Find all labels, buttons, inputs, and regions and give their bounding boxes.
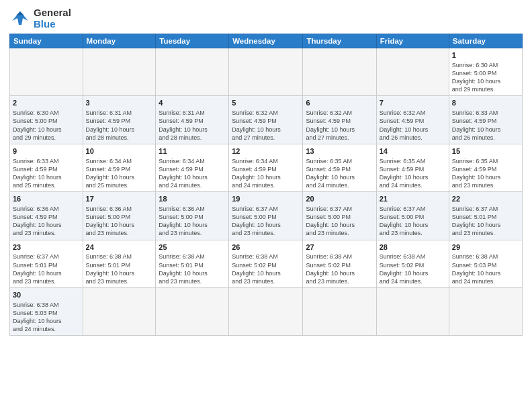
calendar-cell: 23Sunrise: 6:37 AM Sunset: 5:01 PM Dayli… — [10, 240, 83, 287]
day-number: 3 — [86, 98, 153, 108]
calendar-cell — [303, 288, 376, 336]
day-info: Sunrise: 6:31 AM Sunset: 4:59 PM Dayligh… — [159, 109, 226, 142]
weekday-header: Tuesday — [156, 34, 229, 48]
day-number: 23 — [13, 242, 80, 253]
calendar-cell: 17Sunrise: 6:36 AM Sunset: 5:00 PM Dayli… — [83, 192, 156, 240]
day-info: Sunrise: 6:34 AM Sunset: 4:59 PM Dayligh… — [159, 157, 226, 190]
calendar-cell: 25Sunrise: 6:38 AM Sunset: 5:01 PM Dayli… — [156, 240, 229, 287]
day-number: 7 — [380, 98, 446, 108]
calendar-cell: 14Sunrise: 6:35 AM Sunset: 4:59 PM Dayli… — [376, 144, 449, 191]
calendar-cell: 3Sunrise: 6:31 AM Sunset: 4:59 PM Daylig… — [83, 96, 156, 144]
calendar-cell: 18Sunrise: 6:36 AM Sunset: 5:00 PM Dayli… — [156, 192, 229, 240]
calendar-cell — [156, 288, 229, 336]
calendar-cell: 1Sunrise: 6:30 AM Sunset: 5:00 PM Daylig… — [449, 48, 522, 96]
day-number: 15 — [452, 146, 519, 156]
calendar-cell: 28Sunrise: 6:38 AM Sunset: 5:02 PM Dayli… — [376, 240, 449, 287]
logo-icon — [9, 9, 31, 28]
calendar-cell: 4Sunrise: 6:31 AM Sunset: 4:59 PM Daylig… — [156, 96, 229, 144]
calendar-cell — [229, 48, 303, 96]
logo-text: General Blue — [34, 7, 71, 30]
day-info: Sunrise: 6:38 AM Sunset: 5:03 PM Dayligh… — [452, 253, 519, 285]
weekday-header: Wednesday — [229, 34, 303, 48]
day-info: Sunrise: 6:30 AM Sunset: 5:00 PM Dayligh… — [452, 61, 519, 94]
day-number: 19 — [232, 194, 300, 204]
day-info: Sunrise: 6:35 AM Sunset: 4:59 PM Dayligh… — [306, 157, 373, 190]
day-number: 10 — [86, 146, 153, 156]
day-info: Sunrise: 6:33 AM Sunset: 4:59 PM Dayligh… — [452, 109, 519, 142]
calendar-cell — [83, 48, 156, 96]
weekday-header: Saturday — [449, 34, 522, 48]
calendar-cell: 30Sunrise: 6:38 AM Sunset: 5:03 PM Dayli… — [10, 288, 83, 336]
day-info: Sunrise: 6:38 AM Sunset: 5:01 PM Dayligh… — [159, 253, 226, 285]
day-number: 13 — [306, 146, 373, 156]
calendar-cell: 8Sunrise: 6:33 AM Sunset: 4:59 PM Daylig… — [449, 96, 522, 144]
day-info: Sunrise: 6:36 AM Sunset: 4:59 PM Dayligh… — [13, 205, 80, 238]
day-info: Sunrise: 6:34 AM Sunset: 4:59 PM Dayligh… — [86, 157, 153, 190]
calendar-cell — [229, 288, 303, 336]
day-number: 28 — [380, 242, 446, 253]
day-info: Sunrise: 6:37 AM Sunset: 5:00 PM Dayligh… — [232, 205, 300, 238]
calendar-cell: 12Sunrise: 6:34 AM Sunset: 4:59 PM Dayli… — [229, 144, 303, 191]
day-number: 21 — [380, 194, 446, 204]
day-number: 17 — [86, 194, 153, 204]
calendar-cell: 20Sunrise: 6:37 AM Sunset: 5:00 PM Dayli… — [303, 192, 376, 240]
calendar-cell: 6Sunrise: 6:32 AM Sunset: 4:59 PM Daylig… — [303, 96, 376, 144]
day-info: Sunrise: 6:32 AM Sunset: 4:59 PM Dayligh… — [306, 109, 373, 142]
calendar-cell: 16Sunrise: 6:36 AM Sunset: 4:59 PM Dayli… — [10, 192, 83, 240]
calendar-week-row: 23Sunrise: 6:37 AM Sunset: 5:01 PM Dayli… — [10, 240, 523, 287]
day-info: Sunrise: 6:38 AM Sunset: 5:02 PM Dayligh… — [232, 253, 300, 285]
weekday-header: Sunday — [10, 34, 83, 48]
day-number: 22 — [452, 194, 519, 204]
day-info: Sunrise: 6:32 AM Sunset: 4:59 PM Dayligh… — [232, 109, 300, 142]
day-info: Sunrise: 6:37 AM Sunset: 5:01 PM Dayligh… — [452, 205, 519, 238]
calendar-cell: 13Sunrise: 6:35 AM Sunset: 4:59 PM Dayli… — [303, 144, 376, 191]
calendar-week-row: 1Sunrise: 6:30 AM Sunset: 5:00 PM Daylig… — [10, 48, 523, 96]
calendar-cell: 22Sunrise: 6:37 AM Sunset: 5:01 PM Dayli… — [449, 192, 522, 240]
day-number: 4 — [159, 98, 226, 108]
weekday-header: Thursday — [303, 34, 376, 48]
calendar-cell: 21Sunrise: 6:37 AM Sunset: 5:00 PM Dayli… — [376, 192, 449, 240]
day-info: Sunrise: 6:35 AM Sunset: 4:59 PM Dayligh… — [452, 157, 519, 190]
day-info: Sunrise: 6:38 AM Sunset: 5:02 PM Dayligh… — [306, 253, 373, 285]
calendar-week-row: 16Sunrise: 6:36 AM Sunset: 4:59 PM Dayli… — [10, 192, 523, 240]
calendar-week-row: 2Sunrise: 6:30 AM Sunset: 5:00 PM Daylig… — [10, 96, 523, 144]
day-info: Sunrise: 6:37 AM Sunset: 5:01 PM Dayligh… — [13, 253, 80, 285]
day-number: 27 — [306, 242, 373, 253]
day-number: 1 — [452, 50, 519, 60]
calendar-cell: 26Sunrise: 6:38 AM Sunset: 5:02 PM Dayli… — [229, 240, 303, 287]
calendar-week-row: 9Sunrise: 6:33 AM Sunset: 4:59 PM Daylig… — [10, 144, 523, 191]
day-info: Sunrise: 6:35 AM Sunset: 4:59 PM Dayligh… — [380, 157, 446, 190]
calendar-cell — [449, 288, 522, 336]
day-number: 26 — [232, 242, 300, 253]
day-number: 2 — [13, 98, 80, 108]
calendar-cell — [376, 48, 449, 96]
day-number: 11 — [159, 146, 226, 156]
calendar-cell: 2Sunrise: 6:30 AM Sunset: 5:00 PM Daylig… — [10, 96, 83, 144]
day-info: Sunrise: 6:38 AM Sunset: 5:02 PM Dayligh… — [380, 253, 446, 285]
calendar-table: SundayMondayTuesdayWednesdayThursdayFrid… — [9, 34, 523, 336]
weekday-header: Friday — [376, 34, 449, 48]
calendar-cell — [83, 288, 156, 336]
calendar-cell: 27Sunrise: 6:38 AM Sunset: 5:02 PM Dayli… — [303, 240, 376, 287]
day-info: Sunrise: 6:31 AM Sunset: 4:59 PM Dayligh… — [86, 109, 153, 142]
weekday-header-row: SundayMondayTuesdayWednesdayThursdayFrid… — [10, 34, 523, 48]
calendar-cell: 15Sunrise: 6:35 AM Sunset: 4:59 PM Dayli… — [449, 144, 522, 191]
day-info: Sunrise: 6:38 AM Sunset: 5:01 PM Dayligh… — [86, 253, 153, 285]
calendar-cell: 24Sunrise: 6:38 AM Sunset: 5:01 PM Dayli… — [83, 240, 156, 287]
day-number: 9 — [13, 146, 80, 156]
calendar-cell — [156, 48, 229, 96]
day-info: Sunrise: 6:32 AM Sunset: 4:59 PM Dayligh… — [380, 109, 446, 142]
calendar-cell — [10, 48, 83, 96]
calendar-cell: 11Sunrise: 6:34 AM Sunset: 4:59 PM Dayli… — [156, 144, 229, 191]
weekday-header: Monday — [83, 34, 156, 48]
day-number: 20 — [306, 194, 373, 204]
day-number: 25 — [159, 242, 226, 253]
day-info: Sunrise: 6:34 AM Sunset: 4:59 PM Dayligh… — [232, 157, 300, 190]
logo: General Blue — [9, 7, 71, 30]
day-number: 24 — [86, 242, 153, 253]
day-number: 5 — [232, 98, 300, 108]
calendar-cell — [303, 48, 376, 96]
header: General Blue — [9, 7, 523, 30]
calendar-week-row: 30Sunrise: 6:38 AM Sunset: 5:03 PM Dayli… — [10, 288, 523, 336]
day-info: Sunrise: 6:38 AM Sunset: 5:03 PM Dayligh… — [13, 301, 80, 334]
